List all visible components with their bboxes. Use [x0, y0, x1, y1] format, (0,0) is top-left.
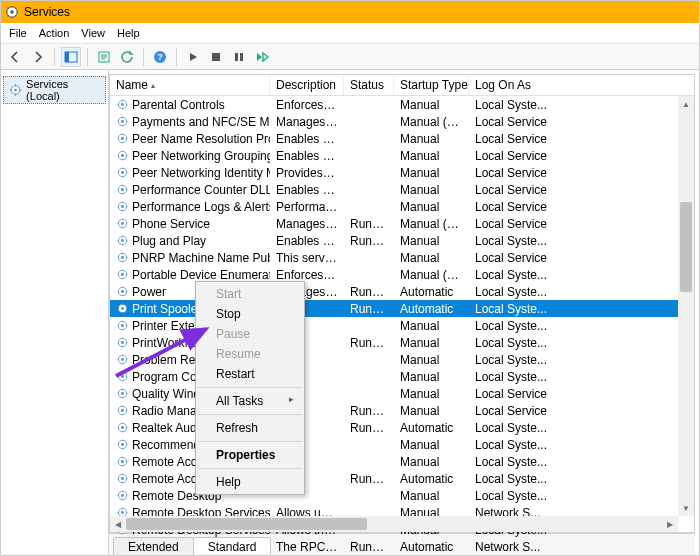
service-icon [116, 302, 129, 315]
titlebar[interactable]: Services [1, 1, 699, 23]
svg-point-53 [121, 443, 124, 446]
ctx-start: Start [196, 284, 304, 304]
table-row[interactable]: Plug and PlayEnables a c...RunningManual… [110, 232, 694, 249]
scrollbar-horizontal[interactable]: ◀ ▶ [110, 516, 678, 532]
scroll-thumb-h[interactable] [126, 518, 367, 530]
scroll-left-icon[interactable]: ◀ [110, 516, 126, 532]
menubar: File Action View Help [1, 23, 699, 44]
service-icon [116, 489, 129, 502]
col-status[interactable]: Status [344, 75, 394, 95]
svg-point-49 [121, 409, 124, 412]
table-row[interactable]: Peer Networking Identity M...Provides id… [110, 164, 694, 181]
nav-label: Services (Local) [26, 78, 100, 102]
service-icon [116, 404, 129, 417]
svg-point-15 [121, 120, 124, 123]
service-icon [116, 200, 129, 213]
scroll-thumb-v[interactable] [680, 202, 692, 292]
svg-point-37 [121, 307, 124, 310]
svg-rect-7 [212, 53, 220, 61]
content: Services (Local) Name▴ Description Statu… [1, 70, 699, 555]
table-row[interactable]: PNRP Machine Name Publi...This service .… [110, 249, 694, 266]
menu-view[interactable]: View [77, 25, 113, 41]
nav-services-local[interactable]: Services (Local) [3, 76, 106, 104]
gear-icon [9, 83, 22, 97]
menu-action[interactable]: Action [35, 25, 78, 41]
svg-point-59 [121, 494, 124, 497]
ctx-refresh[interactable]: Refresh [196, 418, 304, 438]
ctx-alltasks[interactable]: All Tasks [196, 391, 304, 411]
table-row[interactable]: Parental ControlsEnforces p...ManualLoca… [110, 96, 694, 113]
scroll-down-icon[interactable]: ▼ [678, 500, 694, 516]
service-icon [116, 336, 129, 349]
table-row[interactable]: Performance Counter DLL ...Enables rem..… [110, 181, 694, 198]
show-hide-tree-button[interactable] [61, 47, 81, 67]
service-icon [116, 217, 129, 230]
service-icon [116, 421, 129, 434]
svg-rect-3 [65, 52, 69, 62]
svg-point-41 [121, 341, 124, 344]
service-icon [116, 285, 129, 298]
svg-text:?: ? [157, 52, 163, 62]
menu-file[interactable]: File [5, 25, 35, 41]
scroll-right-icon[interactable]: ▶ [662, 516, 678, 532]
table-row[interactable]: Peer Networking GroupingEnables mul...Ma… [110, 147, 694, 164]
svg-point-13 [121, 103, 124, 106]
services-window: Services File Action View Help ? Service… [0, 0, 700, 556]
svg-point-55 [121, 460, 124, 463]
svg-point-57 [121, 477, 124, 480]
ctx-resume: Resume [196, 344, 304, 364]
svg-point-33 [121, 273, 124, 276]
svg-rect-8 [235, 53, 238, 61]
refresh-button[interactable] [117, 47, 137, 67]
start-service-button[interactable] [183, 47, 203, 67]
ctx-stop[interactable]: Stop [196, 304, 304, 324]
svg-point-35 [121, 290, 124, 293]
app-icon [5, 5, 19, 19]
svg-point-27 [121, 222, 124, 225]
ctx-restart[interactable]: Restart [196, 364, 304, 384]
back-button[interactable] [5, 47, 25, 67]
service-icon [116, 268, 129, 281]
service-icon [116, 166, 129, 179]
tab-standard[interactable]: Standard [193, 537, 272, 556]
table-row[interactable]: Peer Name Resolution Prot...Enables serv… [110, 130, 694, 147]
col-logon[interactable]: Log On As [469, 75, 694, 95]
scrollbar-vertical[interactable]: ▲ ▼ [678, 96, 694, 516]
service-icon [116, 132, 129, 145]
help-button[interactable]: ? [150, 47, 170, 67]
svg-point-47 [121, 392, 124, 395]
ctx-pause: Pause [196, 324, 304, 344]
service-icon [116, 319, 129, 332]
service-icon [116, 472, 129, 485]
table-row[interactable]: Payments and NFC/SE M...Manages pa...Man… [110, 113, 694, 130]
export-list-button[interactable] [94, 47, 114, 67]
scroll-up-icon[interactable]: ▲ [678, 96, 694, 112]
ctx-help[interactable]: Help [196, 472, 304, 492]
nav-pane: Services (Local) [1, 70, 109, 555]
ctx-properties[interactable]: Properties [196, 445, 304, 465]
menu-help[interactable]: Help [113, 25, 148, 41]
pause-service-button[interactable] [229, 47, 249, 67]
svg-point-21 [121, 171, 124, 174]
svg-point-51 [121, 426, 124, 429]
restart-service-button[interactable] [252, 47, 272, 67]
stop-service-button[interactable] [206, 47, 226, 67]
svg-point-11 [14, 89, 17, 92]
table-row[interactable]: Phone ServiceManages th...RunningManual … [110, 215, 694, 232]
svg-point-23 [121, 188, 124, 191]
svg-point-45 [121, 375, 124, 378]
toolbar: ? [1, 44, 699, 70]
col-desc[interactable]: Description [270, 75, 344, 95]
service-icon [116, 115, 129, 128]
service-icon [116, 98, 129, 111]
svg-point-1 [10, 10, 14, 14]
col-startup[interactable]: Startup Type [394, 75, 469, 95]
svg-point-17 [121, 137, 124, 140]
service-icon [116, 387, 129, 400]
table-row[interactable]: Performance Logs & AlertsPerforman...Man… [110, 198, 694, 215]
tab-extended[interactable]: Extended [113, 537, 194, 556]
col-name[interactable]: Name▴ [110, 75, 270, 95]
context-menu: Start Stop Pause Resume Restart All Task… [195, 281, 305, 495]
forward-button[interactable] [28, 47, 48, 67]
service-icon [116, 234, 129, 247]
